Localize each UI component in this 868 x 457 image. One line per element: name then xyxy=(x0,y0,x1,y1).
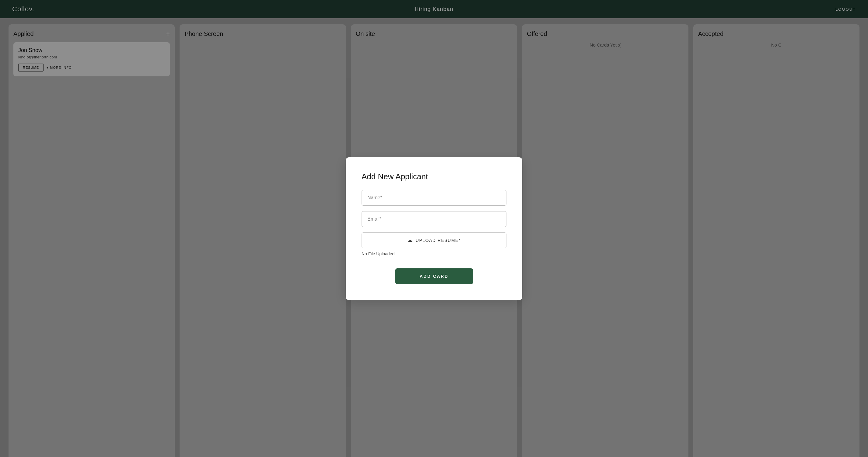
email-input[interactable] xyxy=(362,211,506,227)
modal-title: Add New Applicant xyxy=(362,172,506,181)
add-applicant-modal: Add New Applicant ☁ UPLOAD RESUME* No Fi… xyxy=(346,157,522,300)
upload-resume-button[interactable]: ☁ UPLOAD RESUME* xyxy=(362,232,506,248)
upload-label: UPLOAD RESUME* xyxy=(416,238,461,243)
upload-icon: ☁ xyxy=(407,237,413,244)
modal-overlay[interactable]: Add New Applicant ☁ UPLOAD RESUME* No Fi… xyxy=(0,0,868,457)
name-input[interactable] xyxy=(362,190,506,206)
no-file-text: No File Uploaded xyxy=(362,251,506,256)
add-card-submit-button[interactable]: ADD CARD xyxy=(395,268,473,284)
